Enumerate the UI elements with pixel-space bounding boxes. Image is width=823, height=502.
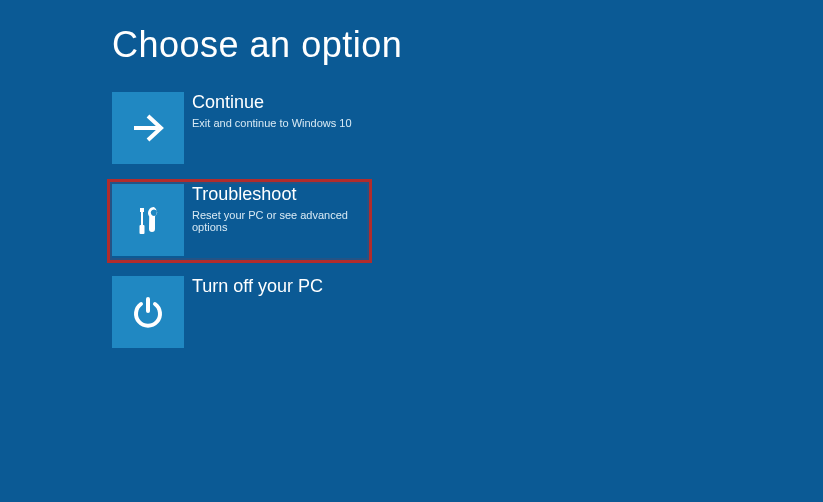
- continue-label-block: Continue Exit and continue to Windows 10: [184, 92, 352, 129]
- continue-option[interactable]: Continue Exit and continue to Windows 10: [112, 92, 367, 166]
- troubleshoot-label-block: Troubleshoot Reset your PC or see advanc…: [184, 184, 367, 233]
- troubleshoot-title: Troubleshoot: [192, 184, 367, 206]
- choose-option-screen: Choose an option Continue Exit and conti…: [0, 0, 823, 350]
- page-title: Choose an option: [112, 24, 823, 66]
- troubleshoot-subtitle: Reset your PC or see advanced options: [192, 209, 367, 233]
- continue-subtitle: Exit and continue to Windows 10: [192, 117, 352, 129]
- turnoff-option[interactable]: Turn off your PC: [112, 276, 367, 350]
- svg-rect-3: [140, 225, 145, 234]
- power-icon: [112, 276, 184, 348]
- svg-rect-1: [140, 208, 144, 212]
- tools-icon: [112, 184, 184, 256]
- svg-rect-2: [141, 212, 143, 225]
- arrow-right-icon: [112, 92, 184, 164]
- continue-title: Continue: [192, 92, 352, 114]
- turnoff-title: Turn off your PC: [192, 276, 323, 298]
- turnoff-label-block: Turn off your PC: [184, 276, 323, 301]
- troubleshoot-option[interactable]: Troubleshoot Reset your PC or see advanc…: [112, 184, 367, 258]
